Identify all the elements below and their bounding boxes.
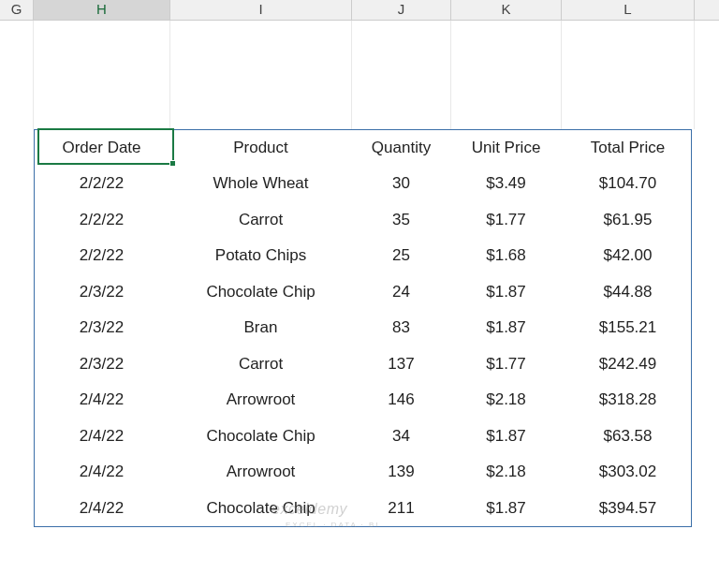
cell-quantity[interactable]: 83 [352,310,451,346]
cell-quantity[interactable]: 139 [352,454,451,491]
cell-empty[interactable] [0,202,34,239]
cell-empty[interactable] [0,129,34,166]
col-header-L[interactable]: L [562,0,695,20]
cell-product[interactable]: Chocolate Chip [170,274,352,311]
cell-product[interactable]: Arrowroot [170,382,352,419]
cell-product[interactable]: Chocolate Chip [170,491,352,527]
cell-quantity[interactable]: 211 [352,491,451,527]
data-table: Order Date Product Quantity Unit Price T… [0,129,719,526]
col-header-H[interactable]: H [34,0,170,20]
cell-total-price[interactable]: $318.28 [562,382,695,419]
col-header-K[interactable]: K [451,0,562,20]
table-row: 2/4/22Arrowroot146$2.18$318.28 [0,382,719,419]
table-header-row: Order Date Product Quantity Unit Price T… [0,129,719,166]
header-total-price[interactable]: Total Price [562,129,695,166]
cell-empty[interactable] [0,238,34,274]
cell-empty[interactable] [0,491,34,527]
cell-order-date[interactable]: 2/4/22 [34,382,170,419]
cell-unit-price[interactable]: $2.18 [451,454,562,491]
cell-order-date[interactable]: 2/3/22 [34,310,170,346]
cell-total-price[interactable]: $303.02 [562,454,695,491]
table-row: 2/3/22Bran83$1.87$155.21 [0,310,719,346]
cell-product[interactable]: Bran [170,310,352,346]
cell-order-date[interactable]: 2/2/22 [34,238,170,274]
header-quantity[interactable]: Quantity [352,129,451,166]
cell-product[interactable]: Arrowroot [170,454,352,491]
cell-product[interactable]: Whole Wheat [170,166,352,202]
col-header-I[interactable]: I [170,0,352,20]
cell-total-price[interactable]: $104.70 [562,166,695,202]
cell-unit-price[interactable]: $1.87 [451,310,562,346]
table-row: 2/2/22Carrot35$1.77$61.95 [0,202,719,239]
cell-quantity[interactable]: 35 [352,202,451,239]
cell-product[interactable]: Chocolate Chip [170,419,352,455]
header-unit-price[interactable]: Unit Price [451,129,562,166]
cell-total-price[interactable]: $155.21 [562,310,695,346]
cell-empty[interactable] [0,346,34,383]
table-row: 2/4/22Arrowroot139$2.18$303.02 [0,454,719,491]
cell-order-date[interactable]: 2/4/22 [34,454,170,491]
table-row: 2/3/22Chocolate Chip24$1.87$44.88 [0,274,719,311]
cell-empty[interactable] [0,454,34,491]
cell-unit-price[interactable]: $3.49 [451,166,562,202]
cell-unit-price[interactable]: $1.87 [451,491,562,527]
cell-product[interactable]: Carrot [170,202,352,239]
header-order-date[interactable]: Order Date [34,129,170,166]
cell-quantity[interactable]: 146 [352,382,451,419]
cell-total-price[interactable]: $61.95 [562,202,695,239]
table-row: 2/4/22Chocolate Chip211$1.87$394.57 [0,491,719,527]
cell-total-price[interactable]: $63.58 [562,419,695,455]
cell-order-date[interactable]: 2/4/22 [34,491,170,527]
empty-rows[interactable] [0,21,719,129]
col-header-J[interactable]: J [352,0,451,20]
cell-total-price[interactable]: $42.00 [562,238,695,274]
cell-order-date[interactable]: 2/2/22 [34,202,170,239]
cell-total-price[interactable]: $44.88 [562,274,695,311]
header-product[interactable]: Product [170,129,352,166]
cell-quantity[interactable]: 24 [352,274,451,311]
cell-unit-price[interactable]: $2.18 [451,382,562,419]
cell-quantity[interactable]: 30 [352,166,451,202]
col-header-G[interactable]: G [0,0,34,20]
cell-empty[interactable] [0,419,34,455]
cell-quantity[interactable]: 137 [352,346,451,383]
cell-product[interactable]: Carrot [170,346,352,383]
cell-order-date[interactable]: 2/4/22 [34,419,170,455]
table-row: 2/2/22Whole Wheat30$3.49$104.70 [0,166,719,202]
table-row: 2/4/22Chocolate Chip34$1.87$63.58 [0,419,719,455]
cell-unit-price[interactable]: $1.77 [451,202,562,239]
cell-order-date[interactable]: 2/3/22 [34,274,170,311]
cell-unit-price[interactable]: $1.87 [451,419,562,455]
cell-empty[interactable] [0,274,34,311]
cell-order-date[interactable]: 2/2/22 [34,166,170,202]
cell-empty[interactable] [0,382,34,419]
table-row: 2/2/22Potato Chips25$1.68$42.00 [0,238,719,274]
cell-unit-price[interactable]: $1.68 [451,238,562,274]
cell-order-date[interactable]: 2/3/22 [34,346,170,383]
cell-product[interactable]: Potato Chips [170,238,352,274]
cell-quantity[interactable]: 25 [352,238,451,274]
cell-quantity[interactable]: 34 [352,419,451,455]
table-row: 2/3/22Carrot137$1.77$242.49 [0,346,719,383]
cell-total-price[interactable]: $242.49 [562,346,695,383]
column-headers: G H I J K L [0,0,719,21]
cell-unit-price[interactable]: $1.87 [451,274,562,311]
cell-empty[interactable] [0,166,34,202]
cell-empty[interactable] [0,310,34,346]
cell-total-price[interactable]: $394.57 [562,491,695,527]
cell-unit-price[interactable]: $1.77 [451,346,562,383]
